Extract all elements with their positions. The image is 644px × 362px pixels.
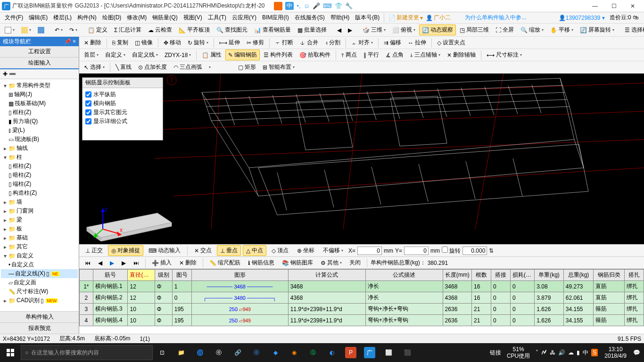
local-3d-button[interactable]: ◳ 局部三维 xyxy=(457,25,492,35)
grid-last[interactable]: ⏭ xyxy=(131,258,142,268)
table-row[interactable]: 3横向钢筋.310Φ195250 ▱94911.9*d+2398+11.9*d弯… xyxy=(80,304,644,315)
table-row[interactable]: 2横向钢筋.212Φ0┌─────── 3480 ───────┐4368净长4… xyxy=(80,292,644,304)
select-floor-button[interactable]: ☰ 选择楼层 xyxy=(622,25,644,35)
grid-header[interactable]: 筋号 xyxy=(93,270,128,281)
align-top-button[interactable]: 📐 平齐板顶 xyxy=(176,25,213,35)
orbit-button[interactable]: 🔄 动态观察 xyxy=(419,25,456,35)
tree-item[interactable]: ▯ 端柱(Z) xyxy=(1,180,78,189)
tree-group-axis[interactable]: ▸📁 轴线 xyxy=(1,144,78,153)
sidebar-tab-project[interactable]: 工程设置 xyxy=(0,46,79,58)
grid-header[interactable]: 直径(mm) xyxy=(128,270,155,281)
tree-item[interactable]: ▯ 框柱(Z) xyxy=(1,108,78,117)
parallel-button[interactable]: ∥ 平行 xyxy=(361,49,382,60)
dimension-button[interactable]: ⟷ 尺寸标注 ▾ xyxy=(484,49,525,60)
save-button[interactable] xyxy=(35,25,47,35)
grid-header[interactable]: 根数 xyxy=(472,270,491,281)
delete-aux-button[interactable]: ✕ 删除辅轴 xyxy=(444,49,479,60)
grid-delete[interactable]: ✕ 删除 xyxy=(176,257,199,268)
copy-button[interactable]: ⎘ 复制 xyxy=(109,37,131,48)
grid-library[interactable]: 📚 钢筋图库 xyxy=(279,257,316,268)
table-row[interactable]: 1*横向钢筋.112Φ1─────── 3468 ───────3468净长34… xyxy=(80,281,644,292)
window-maximize[interactable]: ☐ xyxy=(604,0,623,12)
tree-root[interactable]: ▾📁 常用构件类型 xyxy=(1,81,78,90)
select-tool[interactable]: ↖ 选择 ▾ xyxy=(81,62,107,73)
grid-header[interactable]: 钢筋归类 xyxy=(594,270,625,281)
tree-item[interactable]: ▭ 现浇板(B) xyxy=(1,135,78,144)
tree-item[interactable]: ⊞ 轴网(J) xyxy=(1,90,78,99)
ime-keyboard-icon[interactable]: ⌨ xyxy=(323,2,332,9)
offset-button[interactable]: ⇉ 偏移 xyxy=(381,37,404,48)
tree-item[interactable]: ▯ 暗柱(Z) xyxy=(1,171,78,180)
zoom-button[interactable]: 🔍 缩放 ▾ xyxy=(518,25,546,35)
sidebar-tab-report[interactable]: 报表预览 xyxy=(0,322,79,334)
ime-settings-icon[interactable]: 🔧 xyxy=(345,2,353,9)
grid-header[interactable]: 公式描述 xyxy=(365,270,443,281)
menu-item[interactable]: BIM应用(I) xyxy=(259,13,292,22)
tray-sogou-icon[interactable]: S xyxy=(591,349,598,356)
3d-view-button[interactable]: 🎲 三维 ▾ xyxy=(360,25,388,35)
explorer-icon[interactable]: 📁 xyxy=(172,343,190,362)
snap-mid[interactable]: △ 中点 xyxy=(243,245,266,256)
menu-item[interactable]: 帮助(H) xyxy=(328,13,353,22)
sidebar-pin-icon[interactable]: 📌 xyxy=(64,38,71,45)
grid-header[interactable]: 搭接 xyxy=(491,270,511,281)
new-button[interactable]: ▾ xyxy=(2,25,17,35)
tray-link[interactable]: 链接 xyxy=(490,349,501,357)
sidebar-tab-single[interactable]: 单构件输入 xyxy=(0,311,79,322)
tree-item[interactable]: • 自定义点 xyxy=(1,260,78,269)
edge-icon[interactable]: ⓔ xyxy=(209,343,228,362)
grip-button[interactable]: ◇ 设置夹点 xyxy=(434,37,468,48)
tree-item[interactable]: ⫿ 梁(L) xyxy=(1,126,78,135)
tree-item[interactable]: 📏 尺寸标注(W) xyxy=(1,287,78,296)
stretch-button[interactable]: ↔ 拉伸 xyxy=(405,37,429,48)
check-horizontal-long[interactable]: 水平纵筋 xyxy=(85,90,160,99)
new-change-link[interactable]: 📄新建变更 ▾ xyxy=(388,14,423,22)
tray-up-icon[interactable]: ˄ xyxy=(536,349,538,356)
menu-item[interactable]: 钢筋量(Q) xyxy=(149,13,180,22)
menu-item[interactable]: 楼层(L) xyxy=(50,13,74,22)
grid-prev[interactable]: ◀ xyxy=(95,258,105,268)
app-icon-3[interactable]: ◉ xyxy=(285,343,304,362)
x-input[interactable] xyxy=(357,247,382,255)
menu-item[interactable]: 修改(M) xyxy=(124,13,149,22)
ortho-toggle[interactable]: ⊥ 正交 xyxy=(82,245,106,256)
point-angle-button[interactable]: ∡ 点角 xyxy=(383,49,406,60)
view-rebar-qty-button[interactable]: 📊 查看钢筋量 xyxy=(251,25,294,35)
property-button[interactable]: 📋 属性 xyxy=(199,49,224,60)
snap-perp[interactable]: ⊥ 垂点 xyxy=(217,245,241,256)
ime-person-icon[interactable]: 👕 xyxy=(335,2,342,9)
fullscreen-button[interactable]: ⛶ 全屏 xyxy=(493,25,517,35)
tree-group-foundation[interactable]: ▸📁 基础 xyxy=(1,233,78,242)
tree-group-slab[interactable]: ▸📁 板 xyxy=(1,224,78,233)
grid-header[interactable]: 单重(kg) xyxy=(535,270,563,281)
grid-next[interactable]: ▶ xyxy=(119,258,129,268)
app-icon-2[interactable]: ◆ xyxy=(266,343,285,362)
menu-item[interactable]: 云应用(Y) xyxy=(229,13,259,22)
warning-link[interactable]: 为什么单构件输入中参... xyxy=(465,14,526,22)
menu-item[interactable]: 工具(T) xyxy=(205,13,229,22)
menu-item[interactable]: 文件(F) xyxy=(2,13,26,22)
grid-header[interactable]: 级别 xyxy=(155,270,172,281)
rotate-check[interactable]: 旋转 xyxy=(442,247,461,255)
tray-battery-icon[interactable]: 🗲 xyxy=(541,349,547,356)
component-tree[interactable]: ▾📁 常用构件类型 ⊞ 轴网(J) ▦ 筏板基础(M) ▯ 框柱(Z) ▮ 剪力… xyxy=(0,79,79,311)
code-select[interactable]: ZDYX-18 ▾ xyxy=(162,50,194,60)
two-point-button[interactable]: ⫯ 两点 xyxy=(339,49,360,60)
app-icon-6[interactable]: 广 xyxy=(364,347,375,358)
rotate-stepper[interactable]: ⇅ xyxy=(489,247,494,254)
tree-item[interactable]: ▯ 构造柱(Z) xyxy=(1,189,78,197)
tree-item-selected[interactable]: — 自定义线(X)▯NE xyxy=(1,269,78,278)
sidebar-close-icon[interactable]: × xyxy=(73,38,76,45)
app-icon-8[interactable]: ⬛ xyxy=(398,343,417,362)
trim-button[interactable]: ✂ 修剪 xyxy=(244,37,267,48)
tray-onedrive-icon[interactable]: ☁ xyxy=(568,349,574,356)
offset-mode[interactable]: 不偏移 ▾ xyxy=(320,245,347,256)
pan-button[interactable]: ✋ 平移 ▾ xyxy=(547,25,576,35)
ime-mic-icon[interactable]: 🎤 xyxy=(313,2,320,9)
component-list-button[interactable]: ☰ 构件列表 xyxy=(261,49,296,60)
tree-group-wall[interactable]: ▸📁 墙 xyxy=(1,197,78,206)
grid-play[interactable]: ▶ xyxy=(107,258,117,268)
extend-button[interactable]: ⟼ 延伸 xyxy=(216,37,243,48)
rebar-display-panel[interactable]: 钢筋显示控制面板 水平纵筋 横向钢筋 显示其它图元 显示详细公式 xyxy=(82,77,163,140)
window-close[interactable]: ✕ xyxy=(623,0,642,12)
